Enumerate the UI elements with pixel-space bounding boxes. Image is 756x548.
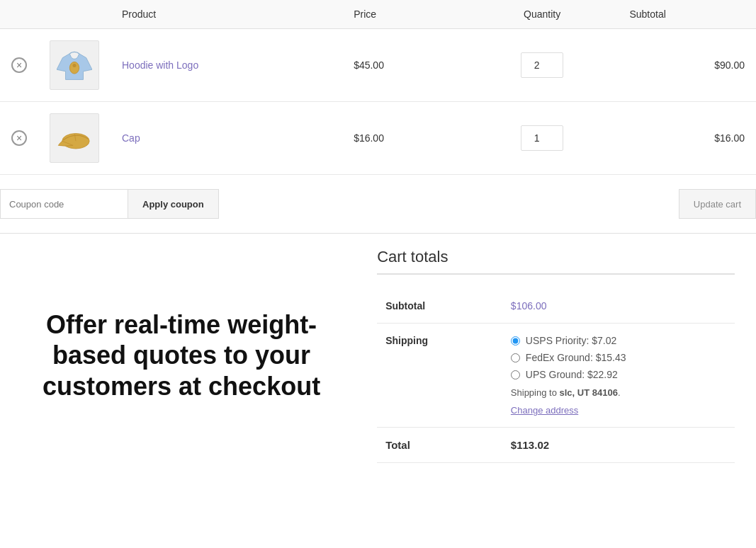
remove-cell: × <box>0 102 38 175</box>
product-image <box>50 113 99 163</box>
total-row: Total $113.02 <box>377 428 735 463</box>
svg-point-1 <box>73 64 77 67</box>
table-row: × Cap$16.00$16.00 <box>0 102 756 175</box>
col-product-header: Product <box>111 0 342 29</box>
coupon-input[interactable] <box>0 189 128 219</box>
shipping-note: Shipping to slc, UT 84106. <box>511 387 726 398</box>
total-label: Total <box>377 428 502 463</box>
col-image <box>38 0 111 29</box>
shipping-radio-0[interactable] <box>511 336 520 346</box>
promo-section: Offer real-time weight-based quotes to y… <box>0 234 363 477</box>
change-address-link[interactable]: Change address <box>511 405 726 416</box>
product-image-cell <box>38 102 111 175</box>
product-quantity-cell <box>466 29 619 102</box>
shipping-option: FedEx Ground: $15.43 <box>511 352 726 363</box>
table-row: × Hoodie with Logo$45.00$90.00 <box>0 29 756 102</box>
cart-totals-section: Cart totals Subtotal $106.00 Shipping US… <box>363 234 756 477</box>
apply-coupon-button[interactable]: Apply coupon <box>128 189 219 219</box>
product-price-cell: $16.00 <box>342 102 466 175</box>
quantity-input[interactable] <box>521 52 563 78</box>
promo-text: Offer real-time weight-based quotes to y… <box>21 309 342 401</box>
product-link[interactable]: Hoodie with Logo <box>122 59 198 71</box>
product-price-cell: $45.00 <box>342 29 466 102</box>
remove-cell: × <box>0 29 38 102</box>
product-image-cell <box>38 29 111 102</box>
col-subtotal-header: Subtotal <box>618 0 756 29</box>
shipping-option-label: USPS Priority: $7.02 <box>526 335 616 346</box>
product-name-cell: Hoodie with Logo <box>111 29 342 102</box>
col-price-header: Price <box>342 0 466 29</box>
shipping-option-label: FedEx Ground: $15.43 <box>526 352 626 363</box>
svg-point-0 <box>69 62 79 74</box>
shipping-row: Shipping USPS Priority: $7.02FedEx Groun… <box>377 324 735 428</box>
product-subtotal-cell: $90.00 <box>618 29 756 102</box>
shipping-option: USPS Priority: $7.02 <box>511 335 726 346</box>
shipping-option: UPS Ground: $22.92 <box>511 369 726 380</box>
shipping-radio-2[interactable] <box>511 370 520 379</box>
product-image <box>50 40 99 90</box>
product-link[interactable]: Cap <box>122 132 140 144</box>
shipping-label: Shipping <box>377 324 502 428</box>
subtotal-label: Subtotal <box>377 289 502 324</box>
subtotal-row: Subtotal $106.00 <box>377 289 735 324</box>
product-name-cell: Cap <box>111 102 342 175</box>
remove-item-2[interactable]: × <box>11 130 27 146</box>
cart-totals-title: Cart totals <box>377 248 735 275</box>
update-cart-button[interactable]: Update cart <box>679 189 756 219</box>
shipping-option-label: UPS Ground: $22.92 <box>526 369 618 380</box>
total-value: $113.02 <box>511 439 549 451</box>
product-quantity-cell <box>466 102 619 175</box>
remove-item-1[interactable]: × <box>11 57 27 73</box>
product-subtotal-cell: $16.00 <box>618 102 756 175</box>
col-remove <box>0 0 38 29</box>
col-quantity-header: Quantity <box>466 0 619 29</box>
subtotal-value: $106.00 <box>511 300 547 312</box>
shipping-radio-1[interactable] <box>511 353 520 363</box>
quantity-input[interactable] <box>521 125 563 151</box>
